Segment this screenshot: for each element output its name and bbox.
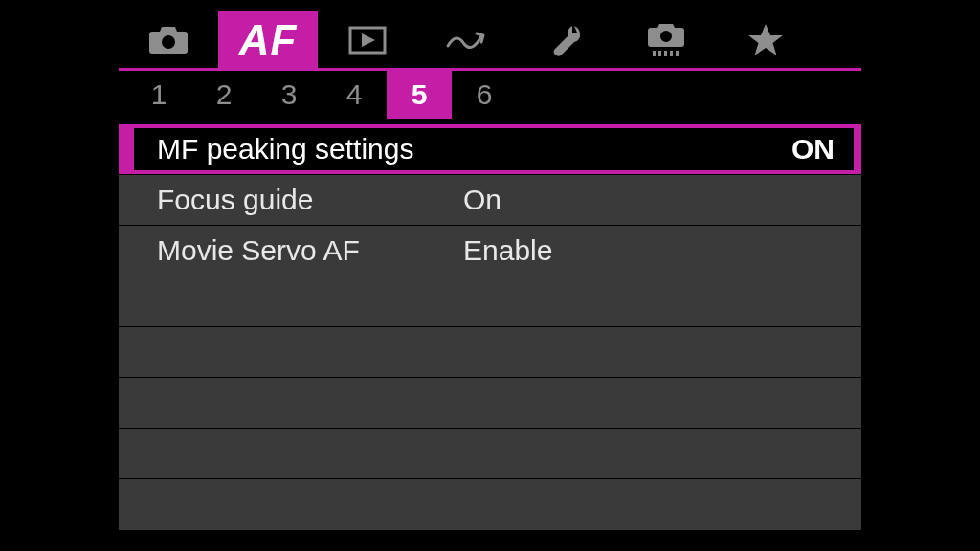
tab-mymenu[interactable] [716,11,815,70]
page-tab-3[interactable]: 3 [256,71,322,119]
tab-shooting[interactable] [119,11,218,70]
menu-row-empty [119,429,861,479]
star-icon [747,23,784,57]
svg-rect-3 [653,51,656,56]
menu-value: Enable [463,234,833,267]
page-tab-bar: 1 2 3 4 5 6 [119,71,861,119]
tab-playback[interactable] [318,11,417,70]
svg-point-2 [663,33,670,39]
tab-setup[interactable] [517,11,616,70]
network-icon [445,27,489,54]
tab-af[interactable]: AF [218,11,318,70]
menu-value: On [463,184,833,216]
menu-label: Focus guide [157,184,463,216]
tab-network[interactable] [417,11,517,70]
page-tab-6[interactable]: 6 [452,71,517,119]
svg-rect-7 [676,51,679,56]
tab-custom[interactable] [616,11,716,70]
menu-row-empty [119,378,861,429]
menu-row-focus-guide[interactable]: Focus guide On [119,175,861,226]
page-tab-4[interactable]: 4 [322,71,387,119]
svg-rect-5 [664,51,667,56]
af-icon: AF [239,16,298,64]
page-tab-5[interactable]: 5 [387,71,452,119]
menu-label: Movie Servo AF [157,234,463,267]
menu-label: MF peaking settings [157,133,463,165]
page-tab-2[interactable]: 2 [191,71,256,119]
custom-camera-icon [647,22,685,58]
svg-point-0 [165,37,172,45]
svg-rect-4 [658,51,661,56]
menu-row-empty [119,479,861,530]
page-tab-1[interactable]: 1 [126,71,191,119]
menu-row-movie-servo-af[interactable]: Movie Servo AF Enable [119,226,861,276]
menu-value: ON [463,133,835,165]
wrench-icon [550,23,583,57]
top-tab-bar: AF [119,11,861,71]
camera-icon [148,25,189,55]
menu-row-empty [119,327,861,378]
menu-screen: AF [0,0,980,551]
menu-list: MF peaking settings ON Focus guide On Mo… [119,124,861,532]
svg-rect-6 [670,51,673,56]
menu-row-empty [119,276,861,327]
menu-row-mf-peaking[interactable]: MF peaking settings ON [119,124,861,175]
selection-accent [119,124,134,174]
playback-icon [348,26,387,55]
